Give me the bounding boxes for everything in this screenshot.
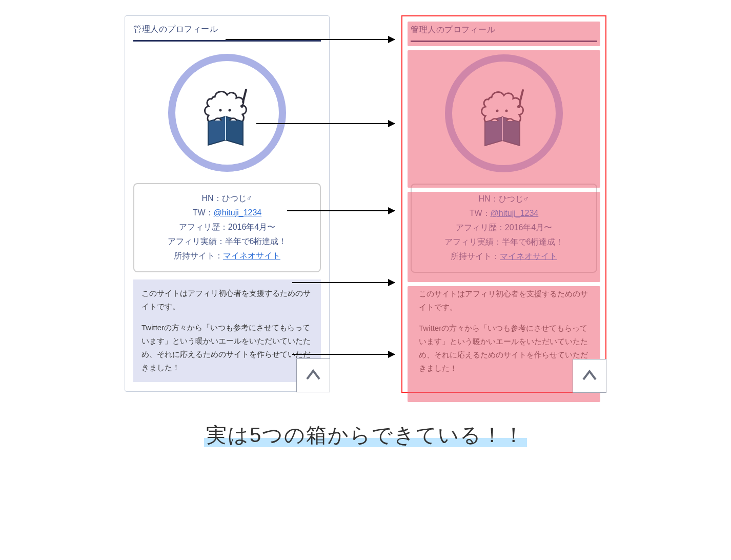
sheep-reading-icon	[189, 74, 266, 151]
info-block: HN：ひつじ♂ TW：@hituji_1234 アフィリ歴：2016年4月〜 ア…	[411, 184, 597, 273]
heading-text: 管理人のプロフィール	[133, 24, 321, 35]
info-site: 所持サイト：マイネオサイト	[139, 249, 315, 263]
info-hn: HN：ひつじ♂	[417, 192, 591, 206]
desc-p2: Twitterの方々から「いつも参考にさせてもらっています」という暖かいエールを…	[141, 321, 313, 375]
owned-site-link[interactable]: マイネオサイト	[500, 252, 557, 261]
description-block: このサイトはアフィリ初心者を支援するためのサイトです。 Twitterの方々から…	[411, 280, 597, 383]
scroll-top-button[interactable]	[296, 358, 330, 392]
desc-p1: このサイトはアフィリ初心者を支援するためのサイトです。	[141, 287, 313, 314]
caption: 実は5つの箱からできている！！	[0, 421, 731, 449]
description-block: このサイトはアフィリ初心者を支援するためのサイトです。 Twitterの方々から…	[133, 279, 321, 382]
arrow-heading	[226, 39, 395, 40]
heading-block: 管理人のプロフィール	[410, 24, 598, 45]
arrow-info2	[292, 282, 395, 283]
info-since: アフィリ歴：2016年4月〜	[417, 221, 591, 235]
twitter-link[interactable]: @hituji_1234	[214, 208, 262, 217]
chevron-up-icon	[581, 367, 598, 385]
heading-block: 管理人のプロフィール	[132, 23, 322, 45]
info-tw: TW：@hituji_1234	[139, 206, 315, 220]
heading-text: 管理人のプロフィール	[411, 25, 597, 35]
avatar-block	[410, 45, 598, 184]
info-record: アフィリ実績：半年で6桁達成！	[139, 234, 315, 249]
info-tw: TW：@hituji_1234	[417, 206, 591, 221]
diagram-stage: 管理人のプロフィール HN：ひつじ♂ TW：@hituji_1234 アフィリ歴…	[0, 15, 731, 449]
info-hn: HN：ひつじ♂	[139, 191, 315, 206]
scroll-top-button[interactable]	[573, 359, 606, 393]
profile-card-original: 管理人のプロフィール HN：ひつじ♂ TW：@hituji_1234 アフィリ歴…	[125, 15, 330, 392]
heading-underline	[411, 41, 597, 42]
owned-site-link[interactable]: マイネオサイト	[223, 251, 280, 260]
caption-text: 実は5つの箱からできている！！	[204, 424, 527, 447]
avatar-ring	[445, 54, 563, 172]
twitter-link[interactable]: @hituji_1234	[491, 209, 539, 217]
desc-p1: このサイトはアフィリ初心者を支援するためのサイトです。	[419, 287, 589, 314]
sheep-reading-icon	[465, 75, 542, 152]
profile-card-annotated: 管理人のプロフィール HN：ひつじ♂ TW：@hituji_1234 アフィリ歴…	[401, 15, 606, 393]
arrow-desc	[292, 354, 395, 355]
avatar-ring	[168, 54, 286, 172]
avatar-block	[132, 45, 322, 183]
chevron-up-icon	[304, 367, 322, 384]
cards-row: 管理人のプロフィール HN：ひつじ♂ TW：@hituji_1234 アフィリ歴…	[0, 15, 731, 393]
arrow-info	[287, 210, 395, 211]
info-since: アフィリ歴：2016年4月〜	[139, 220, 315, 234]
info-block: HN：ひつじ♂ TW：@hituji_1234 アフィリ歴：2016年4月〜 ア…	[133, 183, 321, 272]
info-site: 所持サイト：マイネオサイト	[417, 249, 591, 264]
arrow-avatar	[256, 123, 395, 124]
desc-p2: Twitterの方々から「いつも参考にさせてもらっています」という暖かいエールを…	[419, 322, 589, 375]
info-record: アフィリ実績：半年で6桁達成！	[417, 235, 591, 249]
heading-underline	[133, 40, 321, 42]
